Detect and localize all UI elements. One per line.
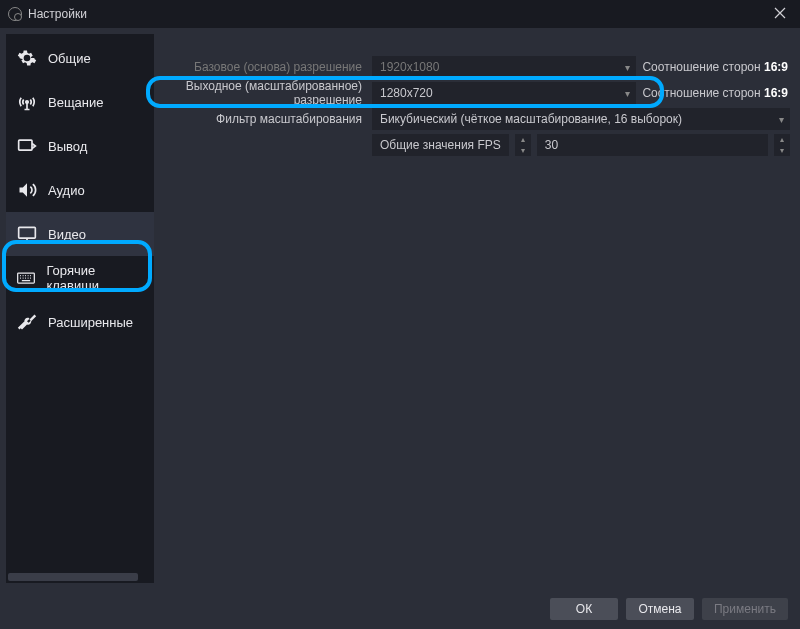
- output-resolution-label: Выходное (масштабированное) разрешение: [154, 79, 366, 107]
- fps-mode-stepper[interactable]: ▴ ▾: [515, 134, 531, 156]
- svg-rect-1: [19, 140, 32, 150]
- gear-icon: [16, 47, 38, 69]
- sidebar-item-output[interactable]: Вывод: [6, 124, 154, 168]
- fps-mode-label: Общие значения FPS: [372, 138, 509, 152]
- chevron-up-icon: ▴: [774, 134, 790, 145]
- row-output-resolution: Выходное (масштабированное) разрешение 1…: [154, 80, 790, 106]
- chevron-up-icon: ▴: [515, 134, 531, 145]
- sidebar-item-label: Общие: [48, 51, 91, 66]
- chevron-down-icon: ▾: [779, 114, 784, 125]
- base-resolution-combo[interactable]: 1920x1080 ▾: [372, 56, 636, 78]
- sidebar-item-advanced[interactable]: Расширенные: [6, 300, 154, 344]
- row-base-resolution: Базовое (основа) разрешение 1920x1080 ▾ …: [154, 54, 790, 80]
- chevron-down-icon: ▾: [625, 62, 630, 73]
- sidebar-item-label: Расширенные: [48, 315, 133, 330]
- sidebar-item-label: Горячие клавиши: [46, 263, 144, 293]
- sidebar-item-general[interactable]: Общие: [6, 36, 154, 80]
- cancel-button[interactable]: Отмена: [626, 598, 694, 620]
- tools-icon: [16, 311, 38, 333]
- sidebar-item-label: Аудио: [48, 183, 85, 198]
- sidebar-item-label: Вывод: [48, 139, 87, 154]
- ok-button[interactable]: ОК: [550, 598, 618, 620]
- titlebar: Настройки: [0, 0, 800, 28]
- sidebar-scrollbar[interactable]: [8, 573, 138, 581]
- chevron-down-icon: ▾: [774, 145, 790, 156]
- close-icon: [774, 7, 786, 19]
- row-fps: Общие значения FPS ▴ ▾ 30 ▴ ▾: [154, 132, 790, 158]
- base-resolution-label: Базовое (основа) разрешение: [154, 60, 366, 74]
- base-aspect: Соотношение сторон 16:9: [642, 60, 790, 74]
- fps-mode-combo[interactable]: Общие значения FPS: [372, 134, 509, 156]
- content-panel: Базовое (основа) разрешение 1920x1080 ▾ …: [154, 34, 794, 583]
- antenna-icon: [16, 91, 38, 113]
- output-resolution-combo[interactable]: 1280x720 ▾: [372, 82, 636, 104]
- fps-value-stepper[interactable]: ▴ ▾: [774, 134, 790, 156]
- sidebar: Общие Вещание Вывод Аудио: [6, 34, 154, 583]
- window-title: Настройки: [28, 7, 87, 21]
- scale-filter-value: Бикубический (чёткое масштабирование, 16…: [380, 112, 682, 126]
- output-resolution-value: 1280x720: [380, 86, 433, 100]
- monitor-icon: [16, 223, 38, 245]
- fps-value: 30: [545, 138, 558, 152]
- sidebar-item-label: Вещание: [48, 95, 104, 110]
- footer: ОК Отмена Применить: [0, 589, 800, 629]
- base-resolution-value: 1920x1080: [380, 60, 439, 74]
- chevron-down-icon: ▾: [515, 145, 531, 156]
- output-aspect: Соотношение сторон 16:9: [642, 86, 790, 100]
- sidebar-item-stream[interactable]: Вещание: [6, 80, 154, 124]
- scale-filter-label: Фильтр масштабирования: [154, 112, 366, 126]
- sidebar-item-hotkeys[interactable]: Горячие клавиши: [6, 256, 154, 300]
- output-icon: [16, 135, 38, 157]
- speaker-icon: [16, 179, 38, 201]
- keyboard-icon: [16, 267, 36, 289]
- svg-rect-2: [19, 227, 36, 238]
- app-logo-icon: [8, 7, 22, 21]
- sidebar-item-video[interactable]: Видео: [6, 212, 154, 256]
- sidebar-item-label: Видео: [48, 227, 86, 242]
- sidebar-item-audio[interactable]: Аудио: [6, 168, 154, 212]
- chevron-down-icon: ▾: [625, 88, 630, 99]
- scale-filter-combo[interactable]: Бикубический (чёткое масштабирование, 16…: [372, 108, 790, 130]
- close-button[interactable]: [768, 3, 792, 25]
- apply-button: Применить: [702, 598, 788, 620]
- row-scale-filter: Фильтр масштабирования Бикубический (чёт…: [154, 106, 790, 132]
- fps-value-combo[interactable]: 30: [537, 134, 768, 156]
